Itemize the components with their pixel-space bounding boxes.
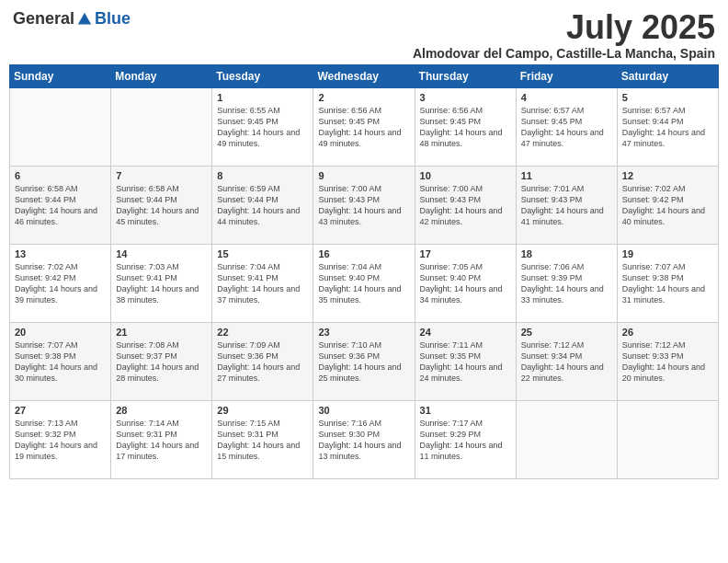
calendar-cell: 9Sunrise: 7:00 AM Sunset: 9:43 PM Daylig… <box>313 166 415 244</box>
day-info: Sunrise: 7:08 AM Sunset: 9:37 PM Dayligh… <box>116 339 207 385</box>
day-info: Sunrise: 7:16 AM Sunset: 9:30 PM Dayligh… <box>318 418 409 463</box>
calendar-cell <box>111 87 212 166</box>
logo-blue: Blue <box>95 9 131 29</box>
logo-icon <box>76 11 93 28</box>
day-number: 2 <box>318 92 409 103</box>
weekday-header-monday: Monday <box>111 64 212 87</box>
day-number: 11 <box>521 170 612 181</box>
day-number: 29 <box>217 405 308 416</box>
day-number: 24 <box>420 327 511 338</box>
day-info: Sunrise: 7:10 AM Sunset: 9:36 PM Dayligh… <box>318 339 409 385</box>
day-info: Sunrise: 7:12 AM Sunset: 9:33 PM Dayligh… <box>622 339 713 385</box>
day-info: Sunrise: 7:00 AM Sunset: 9:43 PM Dayligh… <box>420 183 511 228</box>
page-header: General Blue July 2025 Almodovar del Cam… <box>9 9 719 61</box>
day-number: 28 <box>116 405 207 416</box>
day-number: 21 <box>116 327 207 338</box>
calendar-cell: 5Sunrise: 6:57 AM Sunset: 9:44 PM Daylig… <box>617 87 718 166</box>
calendar-cell: 24Sunrise: 7:11 AM Sunset: 9:35 PM Dayli… <box>415 322 516 400</box>
day-info: Sunrise: 7:07 AM Sunset: 9:38 PM Dayligh… <box>15 339 106 385</box>
calendar-cell: 20Sunrise: 7:07 AM Sunset: 9:38 PM Dayli… <box>10 322 111 400</box>
day-number: 9 <box>318 170 409 181</box>
day-info: Sunrise: 6:58 AM Sunset: 9:44 PM Dayligh… <box>116 183 207 228</box>
calendar-cell: 30Sunrise: 7:16 AM Sunset: 9:30 PM Dayli… <box>313 400 415 478</box>
day-info: Sunrise: 6:57 AM Sunset: 9:44 PM Dayligh… <box>622 105 713 150</box>
day-number: 4 <box>521 92 612 103</box>
weekday-header-thursday: Thursday <box>415 64 516 87</box>
day-number: 26 <box>622 327 713 338</box>
day-info: Sunrise: 7:06 AM Sunset: 9:39 PM Dayligh… <box>521 261 612 306</box>
day-info: Sunrise: 6:59 AM Sunset: 9:44 PM Dayligh… <box>217 183 308 228</box>
day-number: 23 <box>318 327 409 338</box>
calendar-cell: 10Sunrise: 7:00 AM Sunset: 9:43 PM Dayli… <box>415 166 516 244</box>
day-number: 19 <box>622 248 713 259</box>
day-info: Sunrise: 6:58 AM Sunset: 9:44 PM Dayligh… <box>15 183 106 228</box>
calendar-cell: 27Sunrise: 7:13 AM Sunset: 9:32 PM Dayli… <box>10 400 111 478</box>
day-info: Sunrise: 7:05 AM Sunset: 9:40 PM Dayligh… <box>420 261 511 306</box>
day-info: Sunrise: 6:57 AM Sunset: 9:45 PM Dayligh… <box>521 105 612 150</box>
day-info: Sunrise: 7:00 AM Sunset: 9:43 PM Dayligh… <box>318 183 409 228</box>
calendar-cell: 11Sunrise: 7:01 AM Sunset: 9:43 PM Dayli… <box>516 166 617 244</box>
calendar-cell: 22Sunrise: 7:09 AM Sunset: 9:36 PM Dayli… <box>212 322 313 400</box>
day-number: 15 <box>217 248 308 259</box>
day-number: 12 <box>622 170 713 181</box>
calendar-cell: 29Sunrise: 7:15 AM Sunset: 9:31 PM Dayli… <box>212 400 313 478</box>
calendar-week-row: 6Sunrise: 6:58 AM Sunset: 9:44 PM Daylig… <box>10 166 719 244</box>
day-info: Sunrise: 7:01 AM Sunset: 9:43 PM Dayligh… <box>521 183 612 228</box>
day-info: Sunrise: 7:12 AM Sunset: 9:34 PM Dayligh… <box>521 339 612 385</box>
day-info: Sunrise: 7:09 AM Sunset: 9:36 PM Dayligh… <box>217 339 308 385</box>
weekday-header-tuesday: Tuesday <box>212 64 313 87</box>
weekday-header-row: SundayMondayTuesdayWednesdayThursdayFrid… <box>10 64 719 87</box>
calendar-cell: 7Sunrise: 6:58 AM Sunset: 9:44 PM Daylig… <box>111 166 212 244</box>
calendar-week-row: 27Sunrise: 7:13 AM Sunset: 9:32 PM Dayli… <box>10 400 719 478</box>
calendar-cell: 19Sunrise: 7:07 AM Sunset: 9:38 PM Dayli… <box>617 244 718 322</box>
day-number: 10 <box>420 170 511 181</box>
calendar-cell: 6Sunrise: 6:58 AM Sunset: 9:44 PM Daylig… <box>10 166 111 244</box>
calendar-cell: 2Sunrise: 6:56 AM Sunset: 9:45 PM Daylig… <box>313 87 415 166</box>
calendar-cell: 28Sunrise: 7:14 AM Sunset: 9:31 PM Dayli… <box>111 400 212 478</box>
day-number: 6 <box>15 170 106 181</box>
calendar-week-row: 13Sunrise: 7:02 AM Sunset: 9:42 PM Dayli… <box>10 244 719 322</box>
day-info: Sunrise: 7:13 AM Sunset: 9:32 PM Dayligh… <box>15 418 106 463</box>
calendar-cell <box>617 400 718 478</box>
day-number: 27 <box>15 405 106 416</box>
day-number: 5 <box>622 92 713 103</box>
day-info: Sunrise: 7:07 AM Sunset: 9:38 PM Dayligh… <box>622 261 713 306</box>
calendar-cell: 1Sunrise: 6:55 AM Sunset: 9:45 PM Daylig… <box>212 87 313 166</box>
calendar-cell: 18Sunrise: 7:06 AM Sunset: 9:39 PM Dayli… <box>516 244 617 322</box>
weekday-header-saturday: Saturday <box>617 64 718 87</box>
calendar-cell: 26Sunrise: 7:12 AM Sunset: 9:33 PM Dayli… <box>617 322 718 400</box>
calendar-cell: 25Sunrise: 7:12 AM Sunset: 9:34 PM Dayli… <box>516 322 617 400</box>
day-number: 1 <box>217 92 308 103</box>
day-number: 22 <box>217 327 308 338</box>
day-info: Sunrise: 6:56 AM Sunset: 9:45 PM Dayligh… <box>420 105 511 150</box>
day-number: 17 <box>420 248 511 259</box>
day-info: Sunrise: 7:02 AM Sunset: 9:42 PM Dayligh… <box>15 261 106 306</box>
svg-marker-0 <box>78 12 91 24</box>
weekday-header-friday: Friday <box>516 64 617 87</box>
logo: General Blue <box>13 9 131 29</box>
calendar-week-row: 20Sunrise: 7:07 AM Sunset: 9:38 PM Dayli… <box>10 322 719 400</box>
day-info: Sunrise: 7:11 AM Sunset: 9:35 PM Dayligh… <box>420 339 511 385</box>
day-number: 18 <box>521 248 612 259</box>
day-number: 7 <box>116 170 207 181</box>
day-info: Sunrise: 7:04 AM Sunset: 9:40 PM Dayligh… <box>318 261 409 306</box>
logo-general: General <box>13 9 74 29</box>
calendar-cell: 4Sunrise: 6:57 AM Sunset: 9:45 PM Daylig… <box>516 87 617 166</box>
day-info: Sunrise: 7:15 AM Sunset: 9:31 PM Dayligh… <box>217 418 308 463</box>
weekday-header-wednesday: Wednesday <box>313 64 415 87</box>
day-info: Sunrise: 6:56 AM Sunset: 9:45 PM Dayligh… <box>318 105 409 150</box>
calendar-cell: 17Sunrise: 7:05 AM Sunset: 9:40 PM Dayli… <box>415 244 516 322</box>
calendar-cell: 15Sunrise: 7:04 AM Sunset: 9:41 PM Dayli… <box>212 244 313 322</box>
calendar-cell: 13Sunrise: 7:02 AM Sunset: 9:42 PM Dayli… <box>10 244 111 322</box>
day-number: 16 <box>318 248 409 259</box>
calendar-week-row: 1Sunrise: 6:55 AM Sunset: 9:45 PM Daylig… <box>10 87 719 166</box>
day-info: Sunrise: 7:03 AM Sunset: 9:41 PM Dayligh… <box>116 261 207 306</box>
day-number: 25 <box>521 327 612 338</box>
calendar-cell: 21Sunrise: 7:08 AM Sunset: 9:37 PM Dayli… <box>111 322 212 400</box>
calendar-cell <box>10 87 111 166</box>
day-number: 14 <box>116 248 207 259</box>
calendar-cell: 31Sunrise: 7:17 AM Sunset: 9:29 PM Dayli… <box>415 400 516 478</box>
day-info: Sunrise: 7:02 AM Sunset: 9:42 PM Dayligh… <box>622 183 713 228</box>
day-info: Sunrise: 7:17 AM Sunset: 9:29 PM Dayligh… <box>420 418 511 463</box>
day-number: 3 <box>420 92 511 103</box>
